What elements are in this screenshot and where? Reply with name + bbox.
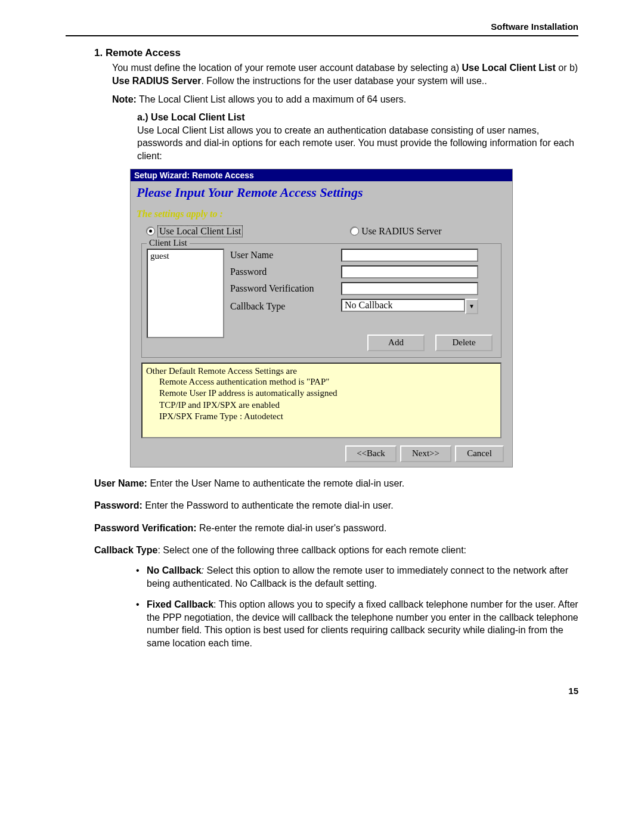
sub-a-text: Use Local Client List allows you to crea… (137, 124, 578, 163)
def-label: Callback Type (94, 545, 157, 555)
info-title: Other Default Remote Access Settings are (146, 366, 497, 376)
chevron-down-icon[interactable]: ▼ (465, 299, 478, 314)
delete-button[interactable]: Delete (435, 335, 493, 351)
label-callback-type: Callback Type (230, 301, 338, 312)
label-username: User Name (230, 250, 338, 261)
info-line: IPX/SPX Frame Type : Autodetect (159, 411, 497, 423)
intro-bold-1: Use Local Client List (462, 63, 555, 73)
intro-bold-2: Use RADIUS Server (112, 76, 201, 86)
def-text: Enter the User Name to authenticate the … (147, 478, 404, 488)
def-callback-type: Callback Type: Select one of the followi… (94, 544, 578, 557)
sub-a-heading: a.) Use Local Client List (137, 112, 578, 123)
callback-type-combo[interactable]: No Callback ▼ (341, 299, 478, 314)
radio-icon (146, 227, 155, 236)
radio-radius-server[interactable]: Use RADIUS Server (350, 226, 441, 237)
list-item[interactable]: guest (150, 251, 221, 261)
callback-type-value: No Callback (341, 299, 465, 312)
radio-icon (350, 227, 359, 236)
fieldset-legend: Client List (147, 238, 190, 248)
info-line: TCP/IP and IPX/SPX are enabled (159, 400, 497, 411)
setup-wizard-dialog: Setup Wizard: Remote Access Please Input… (130, 169, 513, 467)
def-text: Enter the Password to authenticate the r… (143, 500, 394, 510)
bullet-label: Fixed Callback (147, 599, 213, 609)
username-field[interactable] (341, 249, 478, 262)
def-label: Password Verification: (94, 523, 197, 533)
page-header: Software Installation (66, 21, 578, 32)
def-label: User Name: (94, 478, 147, 488)
def-label: Password: (94, 500, 143, 510)
def-text: Re-enter the remote dial-in user's passw… (197, 523, 387, 533)
radio-label-local: Use Local Client List (157, 225, 243, 237)
intro-text-a: You must define the location of your rem… (112, 63, 462, 73)
default-settings-info: Other Default Remote Access Settings are… (141, 363, 501, 438)
note-paragraph: Note: The Local Client List allows you t… (112, 93, 578, 106)
intro-text-mid: or b) (556, 63, 578, 73)
page-number: 15 (66, 686, 578, 696)
cancel-button[interactable]: Cancel (455, 445, 504, 462)
intro-text-c: . Follow the instructions for the user d… (201, 76, 487, 86)
def-username: User Name: Enter the User Name to authen… (94, 477, 578, 490)
section-heading: 1. Remote Access (94, 47, 578, 59)
def-text: : Select one of the following three call… (157, 545, 466, 555)
radio-local-client-list[interactable]: Use Local Client List (146, 225, 243, 237)
bullet-text: Select this option to allow the remote u… (147, 565, 568, 589)
next-button[interactable]: Next>> (400, 445, 451, 462)
label-password: Password (230, 267, 338, 277)
back-button[interactable]: <<Back (345, 445, 397, 462)
bullet-label: No Callback (147, 565, 202, 575)
intro-paragraph: You must define the location of your rem… (112, 61, 578, 87)
info-line: Remote Access authentication method is "… (159, 376, 497, 388)
label-password-verify: Password Verification (230, 283, 338, 294)
add-button[interactable]: Add (367, 335, 425, 351)
def-password-verify: Password Verification: Re-enter the remo… (94, 522, 578, 535)
note-text: The Local Client List allows you to add … (137, 94, 406, 104)
password-verify-field[interactable] (341, 282, 478, 295)
divider (66, 35, 578, 36)
client-list-fieldset: Client List guest User Name Password Pas… (141, 243, 501, 358)
dialog-subheading: The settings apply to : (137, 209, 506, 219)
bullet-no-callback: No Callback: Select this option to allow… (136, 564, 578, 590)
client-listbox[interactable]: guest (147, 249, 224, 338)
note-label: Note: (112, 94, 137, 104)
info-line: Remote User IP address is automatically … (159, 388, 497, 400)
dialog-heading: Please Input Your Remote Access Settings (137, 185, 506, 200)
def-password: Password: Enter the Password to authenti… (94, 499, 578, 512)
password-field[interactable] (341, 265, 478, 278)
bullet-fixed-callback: Fixed Callback: This option allows you t… (136, 598, 578, 649)
dialog-titlebar: Setup Wizard: Remote Access (131, 169, 512, 181)
radio-label-radius: Use RADIUS Server (361, 226, 441, 237)
